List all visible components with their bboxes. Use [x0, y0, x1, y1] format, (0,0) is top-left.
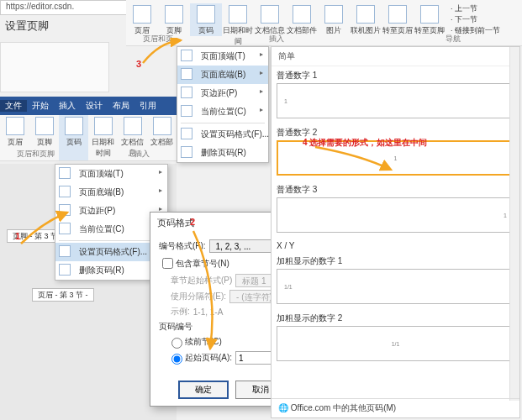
gallery-header: 简单 [272, 47, 519, 66]
ribbon-icon [229, 5, 247, 24]
ribbon-icon [293, 5, 311, 24]
mid-页码[interactable]: 页码 [59, 115, 88, 160]
gallery-footer[interactable]: 🌐 Office.com 中的其他页码(M) [272, 398, 519, 417]
ribbon-icon [165, 5, 183, 24]
ribbon-icon [356, 5, 375, 24]
ribbon-icon [94, 117, 113, 135]
annotation-3: 3 [136, 59, 141, 69]
ribbon-extra: · 上一节· 下一节· 链接到前一节 [451, 3, 500, 36]
menu-item-remove-page-numbers[interactable]: 删除页码(R) [177, 144, 268, 162]
ribbon-icon [420, 5, 439, 24]
ribbon-icon [65, 117, 83, 135]
chevron-right-icon: ▸ [159, 186, 162, 194]
tab-引用[interactable]: 引用 [134, 100, 161, 112]
tab-设计[interactable]: 设计 [81, 100, 108, 112]
scrollbar[interactable] [509, 47, 519, 401]
menu-icon [59, 204, 71, 216]
menu-item-0[interactable]: 页面顶端(T)▸ [55, 165, 167, 183]
tab-文件[interactable]: 文件 [0, 100, 27, 112]
doc-info-btn[interactable]: 文档信息 [254, 3, 286, 36]
ribbon-icon [261, 5, 279, 24]
tab-插入[interactable]: 插入 [54, 100, 81, 112]
blue-tabs: 文件开始插入设计布局引用 [0, 97, 177, 115]
menu-icon [181, 50, 192, 61]
page-number-btn[interactable]: 页码 [190, 3, 222, 36]
ribbon-icon [133, 5, 151, 24]
header-btn[interactable]: 页眉 [126, 3, 158, 36]
date-time-btn[interactable]: 日期和时间 [222, 3, 254, 47]
start-at-radio[interactable] [171, 354, 182, 365]
gallery-item[interactable]: 1 [277, 83, 514, 118]
tab-开始[interactable]: 开始 [27, 100, 54, 112]
gallery-item[interactable]: 1/1 [277, 326, 514, 361]
ribbon-group-label: 页眉和页... [143, 34, 180, 45]
continue-radio[interactable] [171, 338, 182, 349]
start-at-label: 起始页码(A): [185, 352, 232, 364]
ribbon-group-label: 页眉和页脚 [17, 149, 55, 160]
chevron-right-icon: ▸ [159, 168, 162, 176]
menu-item-current-pos[interactable]: 当前位置(C)▸ [177, 102, 268, 121]
ribbon-top: 页眉页脚页码日期和时间文档信息文档部件图片联机图片转至页眉转至页脚· 上一节· … [126, 0, 522, 46]
chevron-right-icon: ▸ [260, 69, 263, 76]
annotation-2: 2 [190, 217, 195, 227]
menu-item-page-top[interactable]: 页面顶端(T)▸ [177, 47, 268, 66]
example-value: 1-1, 1-A [193, 307, 224, 317]
page-number-menu-top: 页面顶端(T)▸页面底端(B)▸页边距(P)▸当前位置(C)▸设置页码格式(F)… [177, 46, 269, 163]
ok-button[interactable]: 确定 [178, 381, 229, 399]
tab-布局[interactable]: 布局 [108, 100, 134, 112]
gallery-item[interactable]: 1/1 [277, 269, 514, 304]
format-label: 编号格式(F): [159, 240, 206, 252]
online-picture-btn[interactable]: 联机图片 [350, 3, 382, 36]
ribbon-mid: 页眉页脚页码日期和时间文档信息文档部页眉和页脚插入 [0, 115, 177, 161]
ribbon-icon [388, 5, 407, 24]
menu-icon [59, 264, 71, 276]
picture-btn[interactable]: 图片 [318, 3, 350, 36]
menu-icon [181, 128, 192, 139]
menu-icon [181, 87, 192, 98]
menu-icon [181, 146, 192, 158]
menu-icon [59, 223, 71, 234]
menu-icon [59, 245, 71, 257]
goto-header-btn[interactable]: 转至页眉 [382, 3, 414, 36]
example-label: 示例: [171, 306, 190, 318]
menu-item-format-page-numbers[interactable]: 设置页码格式(F)... [177, 125, 268, 144]
left-toolbar [0, 42, 109, 92]
footer-btn[interactable]: 页脚 [158, 3, 190, 36]
menu-icon [181, 68, 192, 80]
page-number-gallery: 简单 普通数字 11普通数字 21普通数字 31X / Y加粗显示的数字 11/… [271, 46, 520, 418]
chevron-right-icon: ▸ [260, 106, 263, 113]
ribbon-icon [124, 117, 142, 135]
doc-parts-btn[interactable]: 文档部件 [286, 3, 318, 36]
mid-文档部[interactable]: 文档部 [147, 115, 177, 160]
annotation-1: 1 [15, 231, 20, 241]
ribbon-icon [324, 5, 343, 24]
mid-日期和时间[interactable]: 日期和时间 [88, 115, 118, 160]
include-chapter-label: 包含章节号(N) [176, 258, 229, 270]
gallery-item-label: X / Y [272, 238, 519, 252]
separator-label: 使用分隔符(E): [171, 291, 226, 302]
ribbon-icon [153, 117, 171, 135]
ribbon-icon [35, 117, 54, 135]
menu-item-page-bottom[interactable]: 页面底端(B)▸ [177, 66, 268, 84]
gallery-item-label: 普通数字 3 [272, 181, 519, 197]
dialog-title: 页码格式 [157, 218, 194, 228]
ribbon-group-label: 插入 [134, 149, 150, 160]
continue-label: 续前节(C) [185, 336, 222, 348]
menu-item-page-margin[interactable]: 页边距(P)▸ [177, 84, 268, 102]
annotation-4: 4 选择需要的形式，如这里在中间 [303, 137, 427, 149]
chevron-right-icon: ▸ [260, 87, 263, 95]
globe-icon: 🌐 [278, 403, 288, 412]
menu-icon [181, 105, 192, 117]
chevron-right-icon: ▸ [260, 50, 263, 58]
chapter-style-label: 章节起始样式(P) [171, 275, 232, 286]
menu-icon [59, 186, 71, 197]
menu-item-1[interactable]: 页面底端(B)▸ [55, 183, 167, 202]
ribbon-icon [197, 5, 215, 24]
gallery-item-label: 加粗显示的数字 1 [272, 252, 519, 269]
gallery-item[interactable]: 1 [277, 197, 514, 233]
ribbon-icon [6, 117, 24, 135]
ribbon-group-label: 导航 [446, 34, 461, 45]
header-tag: 页眉 - 第 3 节 - [32, 290, 94, 301]
include-chapter-checkbox[interactable] [162, 258, 173, 269]
goto-footer-btn[interactable]: 转至页脚 [414, 3, 446, 36]
